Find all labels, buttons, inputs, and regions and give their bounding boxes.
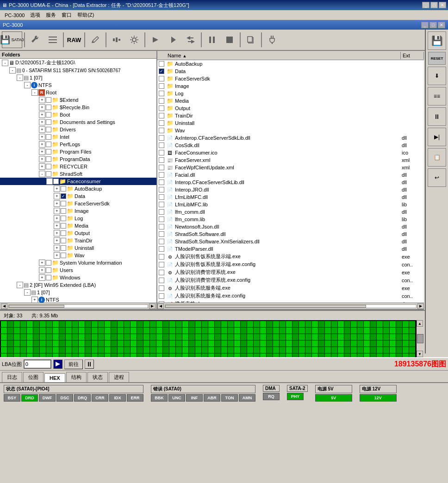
- file-row-face-consume-config[interactable]: 📄 人脸识别消费管理系统.exe.config con..: [157, 276, 424, 284]
- tree-item-uninstall[interactable]: + 📁 Uninstall: [0, 244, 156, 252]
- menu-service[interactable]: 服务: [43, 11, 59, 19]
- file-row-output-f[interactable]: 📁 Output: [157, 105, 424, 112]
- files-scrollbar-track[interactable]: [165, 304, 417, 308]
- file-check-face-service-config[interactable]: [157, 293, 166, 299]
- file-check-face-sell-exe[interactable]: [157, 254, 166, 260]
- tree-item-ntfs1[interactable]: - i NTFS: [0, 81, 156, 89]
- tree-item-media[interactable]: + 📁 Media: [0, 222, 156, 229]
- files-hscroll[interactable]: ◀ ▶: [157, 303, 424, 309]
- file-row-faceserverxml[interactable]: 📰 FaceServer.xml xml: [157, 156, 424, 164]
- tree-item-faceserversdk[interactable]: + 📁 FaceServerSdk: [0, 200, 156, 207]
- file-row-cossdk[interactable]: 📄 CosSdk.dll dll: [157, 142, 424, 149]
- file-row-facial[interactable]: 📄 Facial.dll dll: [157, 171, 424, 179]
- tree-item-progfiles[interactable]: + 📁 Program Files: [0, 148, 156, 155]
- tree-hscroll[interactable]: ◀ ▶: [0, 303, 156, 309]
- file-row-lfmlibmfc-dll[interactable]: 📄 LfmLibMFC.dll dll: [157, 193, 424, 201]
- tree-item-partition1[interactable]: - ▤ 1 [07]: [0, 74, 156, 81]
- pen-btn[interactable]: [87, 31, 104, 48]
- lba-input[interactable]: [24, 359, 51, 369]
- expand-root-fs[interactable]: -: [31, 89, 38, 96]
- side-down-btn[interactable]: ⬇: [428, 67, 446, 85]
- expand-part2[interactable]: -: [17, 282, 23, 288]
- file-check-face-consume-config[interactable]: [157, 278, 166, 283]
- side-return-btn[interactable]: ↩: [428, 168, 446, 187]
- file-check-lfmlibmfc-lib[interactable]: [157, 202, 166, 207]
- tab-log[interactable]: 日志: [2, 372, 22, 382]
- plug-btn[interactable]: [264, 31, 280, 48]
- file-check-faceserversdk-f[interactable]: [157, 76, 166, 81]
- check-faceserversdk[interactable]: [61, 201, 66, 206]
- arrow-right-btn[interactable]: [147, 31, 164, 48]
- file-row-media-f[interactable]: 📁 Media: [157, 97, 424, 105]
- sub-close-btn[interactable]: ✕: [438, 22, 445, 28]
- expand-root[interactable]: -: [2, 60, 8, 66]
- file-row-log-f[interactable]: 📁 Log: [157, 90, 424, 97]
- tree-scrollbar-track[interactable]: [8, 304, 148, 308]
- file-check-faceserverxml[interactable]: [157, 157, 166, 163]
- tree-item-extend[interactable]: + 📁 $Extend: [0, 96, 156, 104]
- file-check-facewpf[interactable]: [157, 165, 166, 170]
- side-drive-btn[interactable]: 💾: [428, 31, 446, 50]
- file-row-face-consume-exe[interactable]: ⚙ 人脸识别消费管理系统.exe exe: [157, 268, 424, 276]
- expand-docs[interactable]: +: [39, 119, 45, 125]
- check-docs[interactable]: [46, 119, 51, 125]
- file-check-wav-f[interactable]: [157, 128, 166, 133]
- file-check-media-f[interactable]: [157, 98, 166, 104]
- expand-intel[interactable]: +: [39, 134, 45, 140]
- maximize-btn[interactable]: □: [430, 2, 438, 8]
- tree-item-sub107[interactable]: - ▤ 1 [07]: [0, 289, 156, 296]
- play-btn[interactable]: [165, 31, 181, 48]
- expand-progfiles[interactable]: +: [39, 149, 45, 155]
- expand-windows[interactable]: +: [39, 274, 45, 281]
- file-check-shradsoft-xml[interactable]: [157, 239, 166, 244]
- check-shradsoft[interactable]: [46, 171, 51, 177]
- tree-scroll-left[interactable]: ◀: [1, 303, 7, 309]
- minimize-btn[interactable]: _: [422, 2, 429, 8]
- tree-item-users[interactable]: + 📁 Users: [0, 266, 156, 274]
- expand-faceserversdk[interactable]: +: [54, 200, 60, 207]
- file-check-face-service-exe[interactable]: [157, 285, 166, 291]
- file-check-autobackup[interactable]: [157, 61, 166, 67]
- tab-hex[interactable]: HEX: [44, 373, 65, 382]
- file-check-data-files[interactable]: ✓: [157, 68, 166, 74]
- check-drivers[interactable]: [46, 127, 51, 132]
- side-copy-btn[interactable]: 📋: [428, 148, 446, 167]
- check-users[interactable]: [46, 267, 51, 273]
- tree-item-faceconsumer[interactable]: - 📁 Faceconsumer: [0, 178, 156, 185]
- stop-btn[interactable]: [221, 31, 238, 48]
- menu-help[interactable]: 帮助(Z): [75, 11, 97, 19]
- tree-item-image[interactable]: + 📁 Image: [0, 207, 156, 215]
- tree-scrollbar-thumb[interactable]: [9, 305, 64, 308]
- tree-item-boot[interactable]: + 📁 Boot: [0, 111, 156, 118]
- check-autobackup[interactable]: [61, 186, 66, 192]
- check-recycle[interactable]: [46, 105, 51, 110]
- file-row-lfm-comm-dll[interactable]: 📄 lfm_comm.dll dll: [157, 208, 424, 216]
- file-check-cossdk[interactable]: [157, 142, 166, 148]
- file-check-lfmlibmfc-dll[interactable]: [157, 194, 166, 200]
- file-check-facial[interactable]: [157, 172, 166, 178]
- check-extend[interactable]: [46, 97, 51, 103]
- diskmap-scrollbar[interactable]: ▲ ▼: [417, 320, 424, 357]
- side-lines-btn[interactable]: ≡≡: [428, 87, 446, 105]
- expand-sysvolinfo[interactable]: +: [39, 260, 45, 266]
- expand-shradsoft[interactable]: -: [39, 171, 45, 177]
- tree-item-windows[interactable]: + 📁 Windows: [0, 274, 156, 281]
- side-reset-btn[interactable]: RESET: [428, 52, 446, 65]
- diskmap-scroll-up[interactable]: ▲: [417, 320, 423, 327]
- expand-autobackup[interactable]: +: [54, 186, 60, 192]
- tree-item-autobackup[interactable]: + 📁 AutoBackup: [0, 185, 156, 192]
- col-ext-header[interactable]: Ext: [401, 52, 424, 59]
- file-check-faceconsumerico[interactable]: [157, 150, 166, 155]
- expand-uninstall[interactable]: +: [54, 245, 60, 251]
- tree-item-sata[interactable]: - ▤ 0 - SATAFIRM S11 SBFK71W0 S/N:50026B…: [0, 67, 156, 74]
- gear1-btn[interactable]: [108, 31, 125, 48]
- tab-progress[interactable]: 进程: [109, 372, 129, 382]
- check-windows[interactable]: [46, 275, 51, 280]
- expand-drivers[interactable]: +: [39, 126, 45, 133]
- file-row-faceserversdk[interactable]: 📁 FaceServerSdk: [157, 75, 424, 82]
- expand-perflogs[interactable]: +: [39, 141, 45, 148]
- file-row-shradsoft-dll[interactable]: 📄 ShradSoft.Software.dll dll: [157, 230, 424, 238]
- file-row-tmodelparser[interactable]: 📄 TModelParser.dll dll: [157, 245, 424, 253]
- col-name-header[interactable]: Name ▲: [166, 52, 401, 59]
- file-row-axinterop[interactable]: 📄 AxInterop.CFaceServerSdkLib.dll dll: [157, 134, 424, 142]
